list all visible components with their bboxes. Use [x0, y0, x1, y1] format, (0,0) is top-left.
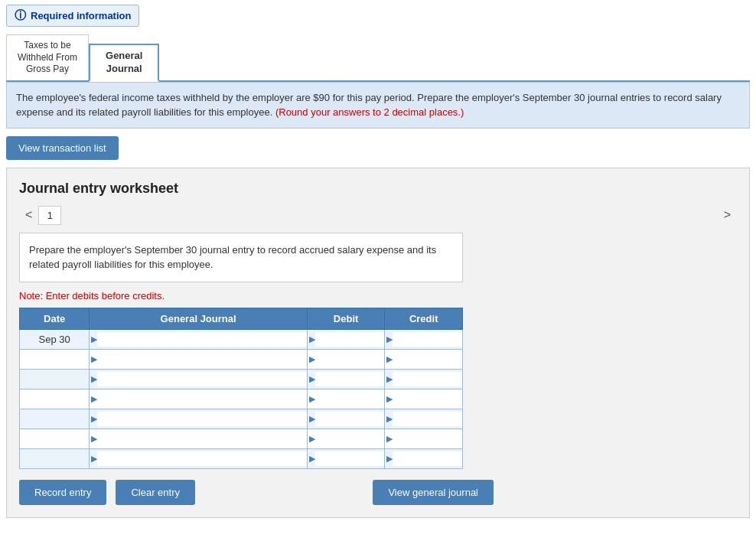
col-header-journal: General Journal: [90, 308, 307, 329]
tab-general-journal-label: General Journal: [106, 50, 142, 74]
credit-cell[interactable]: ▶: [385, 409, 463, 429]
worksheet-container: Journal entry worksheet < 1 > Prepare th…: [6, 168, 750, 518]
journal-table: Date General Journal Debit Credit Sep 30…: [19, 308, 463, 469]
journal-cell[interactable]: ▶: [90, 429, 307, 448]
credit-input[interactable]: [393, 352, 462, 367]
debit-input[interactable]: [315, 451, 385, 466]
date-cell: [20, 349, 90, 369]
view-transaction-button[interactable]: View transaction list: [6, 136, 119, 160]
col-header-credit: Credit: [385, 308, 463, 329]
tab-taxes[interactable]: Taxes to be Withheld From Gross Pay: [6, 34, 89, 80]
table-row: Sep 30▶▶▶: [20, 329, 463, 349]
table-row: ▶▶▶: [20, 409, 463, 429]
journal-input[interactable]: [97, 432, 306, 446]
nav-row: < 1 >: [19, 206, 737, 225]
journal-input[interactable]: [97, 392, 306, 406]
journal-input[interactable]: [97, 372, 306, 386]
note-text: Note: Enter debits before credits.: [19, 290, 737, 301]
date-cell: [20, 409, 90, 429]
debit-cell[interactable]: ▶: [307, 389, 385, 409]
debit-cell[interactable]: ▶: [307, 409, 385, 429]
date-cell: Sep 30: [20, 329, 90, 349]
journal-input[interactable]: [97, 352, 306, 367]
journal-cell[interactable]: ▶: [90, 329, 307, 349]
journal-cell[interactable]: ▶: [90, 389, 307, 409]
required-banner: ⓘ Required information: [6, 5, 139, 27]
date-cell: [20, 389, 90, 409]
date-cell: [20, 369, 90, 389]
table-row: ▶▶▶: [20, 389, 463, 409]
journal-cell[interactable]: ▶: [90, 448, 307, 468]
debit-cell[interactable]: ▶: [307, 429, 385, 448]
debit-cell[interactable]: ▶: [307, 448, 385, 468]
credit-cell[interactable]: ▶: [385, 369, 463, 389]
next-page-button[interactable]: >: [718, 207, 737, 223]
debit-cell[interactable]: ▶: [307, 369, 385, 389]
credit-input[interactable]: [393, 412, 462, 426]
credit-cell[interactable]: ▶: [385, 448, 463, 468]
debit-input[interactable]: [315, 352, 385, 367]
tab-general-journal[interactable]: General Journal: [89, 44, 159, 82]
required-icon: ⓘ: [15, 8, 26, 23]
journal-cell[interactable]: ▶: [90, 409, 307, 429]
clear-entry-button[interactable]: Clear entry: [116, 480, 195, 505]
table-row: ▶▶▶: [20, 448, 463, 468]
credit-input[interactable]: [393, 451, 462, 466]
col-header-date: Date: [20, 308, 90, 329]
table-row: ▶▶▶: [20, 349, 463, 369]
view-general-journal-button[interactable]: View general journal: [373, 480, 494, 505]
journal-cell[interactable]: ▶: [90, 349, 307, 369]
credit-input[interactable]: [393, 392, 462, 406]
date-cell: [20, 429, 90, 448]
debit-input[interactable]: [315, 392, 385, 406]
credit-input[interactable]: [393, 372, 462, 386]
debit-cell[interactable]: ▶: [307, 349, 385, 369]
worksheet-title: Journal entry worksheet: [19, 181, 737, 197]
info-highlight-text: (Round your answers to 2 decimal places.…: [275, 106, 464, 118]
debit-cell[interactable]: ▶: [307, 329, 385, 349]
journal-cell[interactable]: ▶: [90, 369, 307, 389]
journal-input[interactable]: [97, 451, 306, 466]
date-cell: [20, 448, 90, 468]
debit-input[interactable]: [315, 332, 385, 347]
record-entry-button[interactable]: Record entry: [19, 480, 106, 505]
debit-input[interactable]: [315, 432, 385, 446]
tab-area: Taxes to be Withheld From Gross Pay Gene…: [6, 34, 750, 82]
instruction-box: Prepare the employer's September 30 jour…: [19, 233, 463, 282]
debit-input[interactable]: [315, 412, 385, 426]
credit-cell[interactable]: ▶: [385, 349, 463, 369]
col-header-debit: Debit: [307, 308, 385, 329]
credit-cell[interactable]: ▶: [385, 389, 463, 409]
credit-cell[interactable]: ▶: [385, 329, 463, 349]
table-row: ▶▶▶: [20, 429, 463, 448]
journal-input[interactable]: [97, 332, 306, 347]
credit-cell[interactable]: ▶: [385, 429, 463, 448]
credit-input[interactable]: [393, 432, 462, 446]
instruction-text: Prepare the employer's September 30 jour…: [29, 244, 436, 271]
info-box: The employee's federal income taxes with…: [6, 82, 750, 129]
required-label: Required information: [31, 10, 131, 21]
bottom-buttons: Record entry Clear entry View general jo…: [19, 480, 494, 505]
page-number: 1: [38, 206, 61, 225]
journal-input[interactable]: [97, 412, 306, 426]
prev-page-button[interactable]: <: [19, 207, 38, 223]
table-row: ▶▶▶: [20, 369, 463, 389]
tab-taxes-label: Taxes to be Withheld From Gross Pay: [18, 40, 77, 74]
debit-input[interactable]: [315, 372, 385, 386]
credit-input[interactable]: [393, 332, 462, 347]
table-header-row: Date General Journal Debit Credit: [20, 308, 463, 329]
